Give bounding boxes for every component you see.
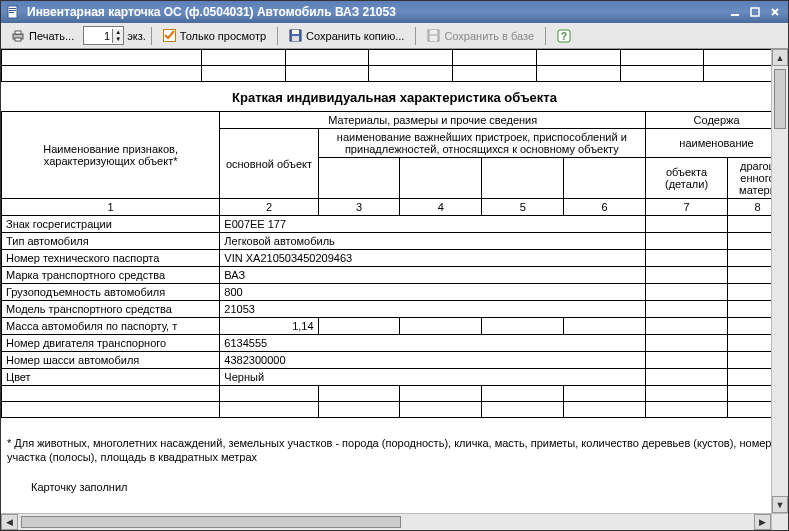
- svg-rect-2: [9, 10, 16, 11]
- toolbar-separator: [545, 27, 546, 45]
- table-row: Масса автомобиля по паспорту, т1,14: [2, 318, 788, 335]
- preview-label: Только просмотр: [180, 30, 266, 42]
- scrollbar-corner: [771, 513, 788, 530]
- main-table: Наименование признаков, характеризующих …: [1, 111, 788, 418]
- table-row: ЦветЧерный: [2, 369, 788, 386]
- scroll-right-button[interactable]: ▶: [754, 514, 771, 530]
- colnum: 6: [564, 199, 646, 216]
- print-button[interactable]: Печать...: [5, 26, 80, 46]
- vertical-scrollbar[interactable]: ▲ ▼: [771, 49, 788, 513]
- table-row: Знак госрегистрацииЕ007ЕЕ 177: [2, 216, 788, 233]
- floppy-db-icon: [427, 29, 440, 42]
- row-label: Знак госрегистрации: [2, 216, 220, 233]
- svg-rect-13: [292, 30, 299, 34]
- minimize-button[interactable]: [726, 4, 744, 20]
- table-row: Тип автомобиляЛегковой автомобиль: [2, 233, 788, 250]
- table-row: Номер двигателя транспорного6134555: [2, 335, 788, 352]
- save-db-button[interactable]: Сохранить в базе: [421, 26, 540, 46]
- scroll-up-button[interactable]: ▲: [772, 49, 788, 66]
- header-obj-detail: объекта (детали): [646, 158, 728, 199]
- table-row: Модель транспортного средства21053: [2, 301, 788, 318]
- table-row: Марка транспортного средстваВАЗ: [2, 267, 788, 284]
- row-label: Номер технического паспорта: [2, 250, 220, 267]
- help-button[interactable]: ?: [551, 26, 577, 46]
- scroll-left-button[interactable]: ◀: [1, 514, 18, 530]
- svg-rect-14: [292, 36, 299, 41]
- row-value: 4382300000: [220, 352, 646, 369]
- svg-rect-1: [9, 8, 16, 9]
- svg-rect-3: [9, 12, 14, 13]
- header-main-obj: основной объект: [220, 129, 318, 199]
- close-button[interactable]: [766, 4, 784, 20]
- table-row: Грузоподъемность автомобиля800: [2, 284, 788, 301]
- colnum: 7: [646, 199, 728, 216]
- table-row: Номер технического паспортаVIN XA2105034…: [2, 250, 788, 267]
- toolbar-separator: [277, 27, 278, 45]
- header-materials: Материалы, размеры и прочие сведения: [220, 112, 646, 129]
- colnum: 2: [220, 199, 318, 216]
- scroll-thumb-v[interactable]: [774, 69, 786, 129]
- floppy-icon: [289, 29, 302, 42]
- colnum: 4: [400, 199, 482, 216]
- header-attributes: Наименование признаков, характеризующих …: [2, 112, 220, 199]
- row-label: Номер шасси автомобиля: [2, 352, 220, 369]
- sign-label: Карточку заполнил: [1, 471, 788, 493]
- spinner-up[interactable]: ▲: [112, 29, 123, 36]
- row-value: 21053: [220, 301, 646, 318]
- svg-rect-5: [751, 8, 759, 16]
- scroll-down-button[interactable]: ▼: [772, 496, 788, 513]
- spinner-down[interactable]: ▼: [112, 36, 123, 43]
- checkbox-icon: [163, 29, 176, 42]
- row-label: Цвет: [2, 369, 220, 386]
- row-value: Черный: [220, 369, 646, 386]
- section-title: Краткая индивидуальная характеристика об…: [1, 82, 788, 111]
- help-icon: ?: [557, 29, 571, 43]
- save-copy-label: Сохранить копию...: [306, 30, 404, 42]
- colnum: 5: [482, 199, 564, 216]
- svg-rect-9: [15, 31, 21, 34]
- colnum: 1: [2, 199, 220, 216]
- copies-input[interactable]: [84, 29, 112, 43]
- svg-rect-16: [430, 30, 437, 34]
- row-label: Тип автомобиля: [2, 233, 220, 250]
- titlebar[interactable]: Инвентарная карточка ОС (ф.0504031) Авто…: [1, 1, 788, 23]
- preview-only-button[interactable]: Только просмотр: [157, 26, 272, 46]
- toolbar-separator: [415, 27, 416, 45]
- row-value: VIN XA210503450209463: [220, 250, 646, 267]
- svg-rect-17: [430, 36, 437, 41]
- svg-text:?: ?: [561, 31, 567, 42]
- row-value: 6134555: [220, 335, 646, 352]
- document-icon: [5, 4, 21, 20]
- row-value: Легковой автомобиль: [220, 233, 646, 250]
- print-label: Печать...: [29, 30, 74, 42]
- copies-spinner[interactable]: ▲ ▼: [83, 26, 124, 45]
- toolbar-separator: [151, 27, 152, 45]
- row-label: Грузоподъемность автомобиля: [2, 284, 220, 301]
- document-content: Краткая индивидуальная характеристика об…: [1, 49, 788, 493]
- footnote: * Для животных, многолетних насаждений, …: [1, 418, 788, 471]
- window-frame: Инвентарная карточка ОС (ф.0504031) Авто…: [0, 0, 789, 531]
- header-soderzh: Содержа: [646, 112, 788, 129]
- save-db-label: Сохранить в базе: [444, 30, 534, 42]
- toolbar: Печать... ▲ ▼ экз. Только просмотр Сохра…: [1, 23, 788, 49]
- copies-unit: экз.: [127, 30, 146, 42]
- colnum: 3: [318, 199, 400, 216]
- horizontal-scrollbar[interactable]: ◀ ▶: [1, 513, 771, 530]
- row-value: 800: [220, 284, 646, 301]
- svg-rect-4: [731, 14, 739, 16]
- table-row: Номер шасси автомобиля4382300000: [2, 352, 788, 369]
- row-label: Модель транспортного средства: [2, 301, 220, 318]
- top-empty-table: [1, 49, 788, 82]
- window-title: Инвентарная карточка ОС (ф.0504031) Авто…: [27, 5, 726, 19]
- save-copy-button[interactable]: Сохранить копию...: [283, 26, 410, 46]
- header-naimenov: наимeнование: [646, 129, 788, 158]
- printer-icon: [11, 29, 25, 43]
- svg-rect-10: [15, 38, 21, 41]
- window-controls: [726, 4, 784, 20]
- maximize-button[interactable]: [746, 4, 764, 20]
- row-label: Марка транспортного средства: [2, 267, 220, 284]
- document-area: Краткая индивидуальная характеристика об…: [1, 49, 788, 530]
- row-label: Масса автомобиля по паспорту, т: [2, 318, 220, 335]
- scroll-thumb-h[interactable]: [21, 516, 401, 528]
- row-value: 1,14: [220, 318, 318, 335]
